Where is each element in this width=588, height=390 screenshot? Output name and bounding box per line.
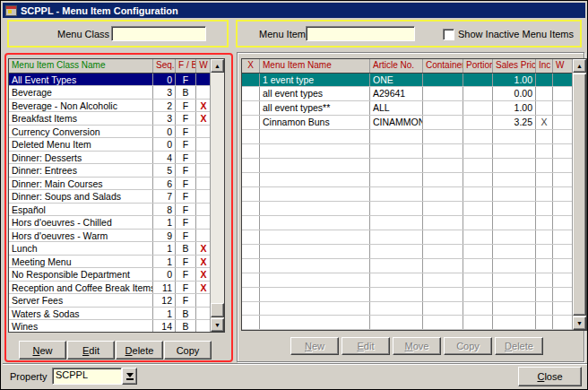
close-button[interactable]: Close: [518, 367, 582, 386]
menu-item-row[interactable]: [242, 288, 572, 302]
menu-class-row[interactable]: Server Fees12F: [9, 294, 210, 308]
seq-cell: 9: [153, 230, 176, 242]
w-flag-cell: [553, 187, 572, 201]
seq-cell: 1: [153, 242, 176, 255]
scroll-down-icon[interactable]: ▼: [211, 318, 224, 332]
menu-class-row[interactable]: Reception and Coffee Break Items11FX: [9, 282, 210, 295]
column-header: Menu Item Name: [260, 59, 370, 73]
menu-item-row[interactable]: [242, 187, 572, 202]
window-title: SCPPL - Menu Item Configuration: [21, 5, 178, 16]
item-name-cell: [260, 159, 370, 172]
fb-cell: B: [176, 320, 196, 332]
delete-item-button: Delete: [495, 337, 543, 355]
item-name-cell: [260, 316, 370, 329]
w-flag-cell: [553, 316, 572, 329]
menu-class-row[interactable]: Currency Conversion0F: [9, 126, 210, 139]
menu-class-row[interactable]: Dinner: Main Courses6F: [9, 178, 210, 191]
portion-cell: [463, 187, 493, 201]
menu-class-row[interactable]: Wines14B: [9, 320, 210, 332]
w-flag-cell: [553, 273, 572, 287]
menu-class-row[interactable]: Waters & Sodas1B: [9, 308, 210, 321]
new-class-button[interactable]: New: [19, 341, 66, 360]
menu-class-row[interactable]: Breakfast Items3FX: [9, 112, 210, 126]
menu-item-row[interactable]: [242, 316, 572, 330]
menu-class-row[interactable]: Deleted Menu Item0F: [9, 138, 210, 152]
menu-item-input[interactable]: [306, 26, 415, 41]
w-flag-cell: X: [196, 282, 210, 294]
scrollbar-thumb[interactable]: [211, 303, 224, 317]
menu-class-row[interactable]: Dinner: Entrees5F: [9, 164, 210, 178]
item-name-cell: [260, 259, 370, 273]
menu-item-row[interactable]: 1 event typeONE1.00: [242, 74, 572, 88]
menu-item-row[interactable]: [242, 159, 572, 173]
portion-cell: [463, 144, 493, 158]
menu-item-row[interactable]: [242, 130, 572, 144]
menu-item-row[interactable]: [242, 302, 572, 316]
menu-item-row[interactable]: [242, 259, 572, 273]
w-flag-cell: [553, 216, 572, 230]
menu-class-row[interactable]: Beverage3B: [9, 86, 210, 100]
property-dropdown-button[interactable]: [122, 368, 137, 385]
fb-cell: F: [176, 204, 196, 216]
menu-class-row[interactable]: Hors d'oeuvres - Chilled1F: [9, 216, 210, 230]
scrollbar-thumb[interactable]: [573, 74, 586, 316]
menu-class-row[interactable]: Español8F: [9, 204, 210, 217]
menu-class-row[interactable]: No Responsible Department0FX: [9, 268, 210, 282]
inc-cell: [536, 187, 553, 201]
scroll-up-icon[interactable]: ▲: [211, 59, 224, 73]
menu-item-row[interactable]: all event types**ALL1.00: [242, 101, 572, 116]
sales-price-cell: [493, 187, 536, 201]
seq-cell: 6: [153, 178, 176, 190]
column-header: F / B: [176, 59, 196, 73]
menu-class-row[interactable]: Dinner: Desserts4F: [9, 152, 210, 165]
container-cell: [423, 144, 463, 158]
menu-class-row[interactable]: Dinner: Soups and Salads7F: [9, 190, 210, 204]
menu-class-row[interactable]: All Event Types0F: [9, 74, 210, 87]
menu-item-row[interactable]: [242, 216, 572, 230]
menu-class-row[interactable]: Beverage - Non Alcoholic2FX: [9, 100, 210, 113]
x-cell: [242, 273, 260, 287]
delete-class-button[interactable]: Delete: [116, 341, 163, 360]
portion-cell: [463, 74, 493, 87]
menu-item-row[interactable]: all event typesA296410.00: [242, 87, 572, 101]
menu-class-row[interactable]: Hors d'oeuvres - Warm9F: [9, 230, 210, 243]
portion-cell: [463, 259, 493, 273]
menu-item-row[interactable]: Cinnamon BunsCINAMMON3.25X: [242, 116, 572, 130]
scroll-up-icon[interactable]: ▲: [573, 59, 586, 73]
seq-cell: 1: [153, 256, 176, 268]
article-no-cell: [370, 245, 423, 258]
w-flag-cell: [196, 126, 210, 138]
seq-cell: 1: [153, 216, 176, 229]
container-cell: [423, 74, 463, 87]
property-combobox[interactable]: SCPPL: [52, 368, 122, 385]
scroll-down-icon[interactable]: ▼: [573, 316, 586, 330]
menu-class-input[interactable]: [111, 26, 206, 41]
menu-item-row[interactable]: [242, 230, 572, 245]
article-no-cell: [370, 202, 423, 215]
menu-item-label: Menu Item: [259, 29, 306, 39]
edit-class-button[interactable]: Edit: [67, 341, 115, 360]
copy-class-button[interactable]: Copy: [164, 341, 212, 360]
titlebar[interactable]: SCPPL - Menu Item Configuration: [3, 3, 585, 18]
menu-item-row[interactable]: [242, 144, 572, 159]
menu-item-row[interactable]: [242, 245, 572, 259]
container-cell: [423, 245, 463, 258]
menu-item-row[interactable]: [242, 173, 572, 187]
menu-item-row[interactable]: [242, 273, 572, 288]
x-cell: [242, 144, 260, 158]
menu-class-scrollbar[interactable]: ▲ ▼: [210, 59, 224, 332]
show-inactive-checkbox[interactable]: [443, 29, 454, 40]
menu-item-scrollbar[interactable]: ▲ ▼: [572, 59, 586, 330]
column-header: Portion: [463, 59, 493, 73]
article-no-cell: [370, 316, 423, 329]
fb-cell: B: [176, 308, 196, 320]
inc-cell: [536, 173, 553, 186]
w-flag-cell: [553, 259, 572, 273]
container-cell: [423, 288, 463, 301]
w-flag-cell: X: [196, 268, 210, 281]
menu-item-row[interactable]: [242, 202, 572, 216]
sales-price-cell: [493, 130, 536, 143]
menu-class-row[interactable]: Meeting Menu1FX: [9, 256, 210, 269]
x-cell: [242, 130, 260, 143]
menu-class-row[interactable]: Lunch1BX: [9, 242, 210, 256]
